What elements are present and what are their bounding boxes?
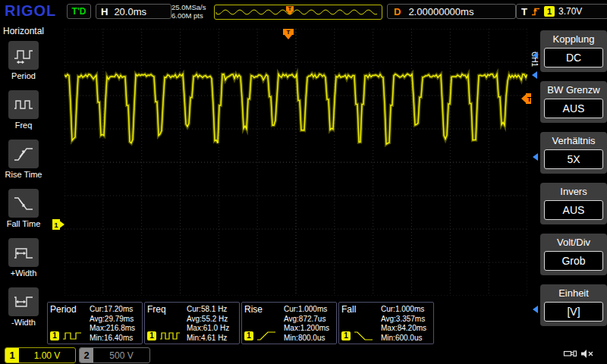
oscilloscope-screen: RIGOL T'D H 20.0ms 25.0MSa/s 6.00M pts T…: [0, 0, 607, 364]
rise-time-icon: [12, 144, 35, 164]
sidebar-item-fall-time[interactable]: Fall Time: [0, 189, 47, 228]
acquisition-info: 25.0MSa/s 6.00M pts: [171, 3, 206, 20]
left-arrow-icon: [533, 306, 538, 313]
left-arrow-icon: [533, 153, 538, 161]
stat-min: Min:16.40ms: [90, 334, 140, 344]
sidebar-item-minus-width[interactable]: -Width: [0, 287, 47, 327]
t-label: T: [521, 6, 527, 17]
measurement-name: Freq: [147, 304, 187, 315]
graticule: [64, 29, 527, 296]
softkey-verhaeltnis[interactable]: Verhältnis 5X: [540, 132, 607, 174]
sidebar-item-label: Period: [0, 71, 47, 80]
waveform-position-bar: T: [214, 5, 382, 20]
softkey-label: BW Grenzw: [540, 83, 607, 96]
trigger-position-marker[interactable]: T: [283, 29, 294, 40]
h-label: H: [101, 6, 108, 17]
softkey-value: Grob: [544, 251, 603, 271]
minus-width-icon: [12, 292, 35, 312]
channel-number: 2: [80, 348, 93, 362]
sidebar-item-rise-time[interactable]: Rise Time: [0, 140, 47, 179]
measurement-name: Rise: [244, 304, 284, 315]
measurement-panel-row: Period 1 Cur:17.20ms Avg:29.79ms Max:216…: [47, 302, 437, 346]
channel-1-chip[interactable]: 1 1.00 V: [5, 347, 76, 363]
softkey-kopplung[interactable]: Kopplung DC: [540, 30, 607, 72]
period-icon: [61, 330, 84, 342]
channel-number: 1: [5, 348, 19, 362]
softkey-volt-div[interactable]: Volt/Div Grob: [540, 234, 607, 275]
stat-avg: Avg:3.357ms: [381, 315, 431, 325]
sidebar-item-label: Freq: [0, 121, 47, 130]
softkey-value: AUS: [544, 99, 603, 118]
channel-scale: 500 V: [93, 350, 149, 361]
sample-rate: 25.0MSa/s: [171, 3, 206, 11]
fall-time-icon: [12, 193, 35, 213]
channel-badge: 1: [50, 331, 59, 340]
freq-icon: [12, 95, 35, 115]
memory-depth: 6.00M pts: [171, 11, 206, 20]
freq-icon: [159, 330, 181, 342]
stat-avg: Avg:55.2 Hz: [187, 315, 237, 325]
trigger-display[interactable]: T 1 3.70V: [516, 4, 607, 19]
softkey-label: Invers: [540, 185, 607, 198]
trigger-position-pointer[interactable]: T: [286, 6, 294, 15]
softkey-value: 5X: [544, 149, 603, 169]
stat-min: Min:600.0us: [381, 334, 431, 344]
stat-max: Max:61.0 Hz: [187, 324, 237, 334]
trigger-marker-label: T: [287, 29, 291, 36]
channel-1-position-marker[interactable]: 1: [52, 219, 64, 230]
speaker-mute-icon: [580, 348, 595, 359]
trigger-level-value: 3.70V: [558, 6, 582, 17]
stat-min: Min:4.61 Hz: [187, 334, 237, 344]
softkey-label: Volt/Div: [540, 236, 607, 249]
sidebar-item-freq[interactable]: Freq: [0, 90, 47, 130]
softkey-label: Einheit: [540, 287, 607, 300]
stat-max: Max:1.200ms: [284, 324, 334, 334]
channel-status-bar: 1 1.00 V 2 500 V: [0, 346, 607, 364]
softkey-label: Kopplung: [540, 33, 607, 46]
waveform-display: [64, 29, 527, 296]
stat-max: Max:84.20ms: [381, 324, 431, 334]
sidebar-item-label: +Width: [0, 268, 47, 278]
usb-icon: [563, 348, 577, 359]
delay-display[interactable]: D 2.00000000ms: [387, 4, 516, 19]
rigol-logo: RIGOL: [5, 2, 56, 20]
measurement-panel-fall[interactable]: Fall 1 Cur:1.000ms Avg:3.357ms Max:84.20…: [338, 302, 434, 344]
softkey-value: AUS: [544, 200, 603, 220]
top-bar: RIGOL T'D H 20.0ms 25.0MSa/s 6.00M pts T…: [0, 0, 607, 23]
stat-max: Max:216.8ms: [90, 324, 140, 334]
softkey-value: [V]: [544, 302, 603, 322]
measurement-panel-rise[interactable]: Rise 1 Cur:1.000ms Avg:872.7us Max:1.200…: [241, 302, 337, 344]
measurement-panel-freq[interactable]: Freq 1 Cur:58.1 Hz Avg:55.2 Hz Max:61.0 …: [144, 302, 240, 344]
stat-cur: Cur:17.20ms: [90, 305, 140, 315]
channel-scale: 1.00 V: [19, 350, 75, 361]
channel-2-chip[interactable]: 2 500 V: [79, 347, 150, 363]
stat-cur: Cur:58.1 Hz: [187, 305, 237, 315]
stat-avg: Avg:872.7us: [284, 315, 334, 325]
sidebar-title: Horizontal: [0, 26, 47, 36]
left-arrow-icon: [533, 52, 538, 59]
rising-edge-icon: [531, 6, 540, 17]
fall-time-icon: [353, 330, 376, 342]
sidebar-item-period[interactable]: Period: [0, 41, 47, 80]
trigger-status-badge: T'D: [67, 4, 91, 19]
horizontal-scale-display[interactable]: H 20.0ms: [96, 4, 171, 19]
delay-value: 2.00000000ms: [408, 6, 473, 17]
softkey-bw-grenzw[interactable]: BW Grenzw AUS: [540, 81, 607, 123]
channel-marker-label: 1: [54, 221, 58, 229]
softkey-invers[interactable]: Invers AUS: [540, 183, 607, 224]
measure-sidebar: Horizontal Period Freq R: [0, 23, 47, 346]
measurement-panel-period[interactable]: Period 1 Cur:17.20ms Avg:29.79ms Max:216…: [47, 302, 143, 344]
trigger-source-badge: 1: [544, 6, 555, 17]
channel-badge: 1: [147, 331, 156, 340]
sidebar-item-plus-width[interactable]: +Width: [0, 238, 47, 278]
stat-cur: Cur:1.000ms: [284, 305, 334, 315]
sidebar-item-label: -Width: [0, 318, 47, 327]
measurement-name: Fall: [341, 304, 381, 315]
sidebar-item-label: Fall Time: [0, 219, 47, 228]
channel-badge: 1: [341, 331, 351, 340]
d-label: D: [394, 6, 401, 17]
collapse-arrow-icon: [532, 71, 537, 79]
softkey-einheit[interactable]: Einheit [V]: [540, 284, 607, 326]
timebase-value: 20.0ms: [114, 6, 146, 17]
memory-waveform-icon: [216, 10, 377, 14]
